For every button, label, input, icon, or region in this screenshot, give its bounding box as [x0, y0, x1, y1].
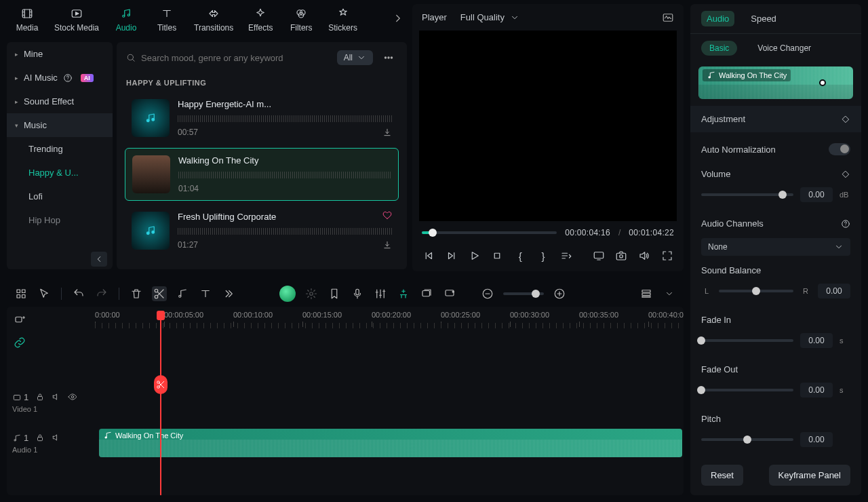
frame-forward-button[interactable]	[445, 248, 458, 263]
layout-grid-button[interactable]	[14, 286, 28, 301]
volume-value[interactable]: 0.00	[800, 187, 833, 202]
more-options-button[interactable]	[380, 49, 397, 66]
clip-preview[interactable]: Walking On The City	[698, 66, 853, 99]
search-input[interactable]	[141, 53, 330, 63]
sidebar-item-sound-effect[interactable]: Sound Effect	[7, 90, 113, 113]
sidebar-collapse-button[interactable]	[91, 252, 107, 267]
subtab-basic[interactable]: Basic	[701, 41, 737, 56]
fade-out-slider[interactable]	[701, 389, 793, 391]
adjustment-layer-button[interactable]	[419, 286, 434, 301]
scrub-bar[interactable]	[422, 231, 557, 234]
preview-window-button[interactable]	[592, 248, 606, 263]
volume-slider[interactable]	[701, 193, 793, 196]
auto-norm-toggle[interactable]	[829, 143, 850, 155]
ai-assistant-button[interactable]	[279, 286, 296, 302]
playhead-handle[interactable]	[157, 311, 165, 320]
sidebar-item-mine[interactable]: Mine	[7, 42, 113, 66]
snapshot-button[interactable]	[615, 248, 629, 263]
scrub-handle[interactable]	[429, 229, 437, 237]
sidebar-child-lofi[interactable]: Lofi	[7, 185, 113, 208]
tab-titles[interactable]: Titles	[146, 3, 187, 37]
player-viewport[interactable]	[419, 31, 677, 221]
frame-back-button[interactable]	[422, 248, 435, 263]
sidebar-item-music[interactable]: Music	[7, 113, 113, 137]
track-row[interactable]: Happy Energetic-AI m... 00:57	[125, 92, 399, 144]
sidebar-child-trending[interactable]: Trending	[7, 137, 113, 161]
stop-button[interactable]	[490, 248, 504, 263]
clip-keyframe-handle[interactable]	[819, 79, 826, 86]
delete-button[interactable]	[129, 286, 144, 301]
download-button[interactable]	[382, 128, 392, 137]
pitch-slider[interactable]	[701, 438, 793, 441]
record-screen-button[interactable]	[442, 286, 457, 301]
diamond-icon[interactable]	[841, 170, 850, 179]
cut-button[interactable]	[152, 286, 167, 301]
fullscreen-button[interactable]	[660, 248, 674, 263]
speaker-icon[interactable]	[52, 392, 61, 402]
audio-clip[interactable]: Walking On The City	[99, 429, 682, 457]
track-add-button[interactable]	[12, 312, 27, 327]
track-menu-button[interactable]	[662, 286, 677, 301]
fade-out-value[interactable]: 0.00	[800, 383, 833, 398]
keyframe-panel-button[interactable]: Keyframe Panel	[769, 465, 851, 486]
mark-in-button[interactable]: {	[513, 248, 527, 263]
mute-button[interactable]	[637, 248, 651, 263]
track-row[interactable]: Fresh Uplifting Corporate 01:27	[125, 205, 399, 256]
tab-effects[interactable]: Effects	[240, 3, 281, 37]
play-button[interactable]	[468, 248, 481, 263]
audio-track[interactable]: 1 Audio 1 Walking On The City	[7, 429, 684, 463]
zoom-out-button[interactable]	[480, 286, 495, 301]
preview-menu-button[interactable]	[559, 248, 573, 263]
tab-media[interactable]: Media	[7, 3, 47, 37]
eye-icon[interactable]	[68, 392, 77, 402]
balance-value[interactable]: 0.00	[818, 284, 850, 298]
download-button[interactable]	[382, 240, 392, 250]
pitch-value[interactable]: 0.00	[800, 432, 833, 447]
link-toggle-button[interactable]	[12, 335, 27, 350]
redo-button[interactable]	[94, 286, 109, 301]
fade-in-slider[interactable]	[701, 339, 793, 342]
filter-all-dropdown[interactable]: All	[337, 50, 373, 65]
speaker-icon[interactable]	[52, 433, 61, 442]
fade-in-value[interactable]: 0.00	[800, 333, 833, 348]
voiceover-button[interactable]	[350, 286, 365, 301]
beat-detect-button[interactable]	[175, 286, 190, 301]
sidebar-item-ai-music[interactable]: AI Music AI	[7, 66, 113, 90]
chevron-right-icon[interactable]	[392, 12, 404, 24]
zoom-slider[interactable]	[503, 292, 544, 295]
stats-button[interactable]	[662, 12, 674, 24]
mark-out-button[interactable]: }	[536, 248, 550, 263]
marker-button[interactable]	[327, 286, 342, 301]
lock-icon[interactable]	[35, 392, 45, 402]
subtab-voice-changer[interactable]: Voice Changer	[749, 41, 819, 56]
diamond-icon[interactable]	[841, 115, 850, 124]
pointer-tool-button[interactable]	[37, 286, 52, 301]
tab-transitions[interactable]: Transitions	[187, 3, 240, 37]
reset-button[interactable]: Reset	[701, 465, 743, 486]
sidebar-child-hiphop[interactable]: Hip Hop	[7, 208, 113, 232]
audio-channels-select[interactable]: None	[701, 238, 850, 256]
section-adjustment[interactable]: Adjustment	[690, 106, 861, 132]
tab-filters[interactable]: Filters	[281, 3, 321, 37]
audio-mixer-button[interactable]	[373, 286, 388, 301]
tab-stickers[interactable]: Stickers	[321, 3, 364, 37]
more-tools-button[interactable]	[221, 286, 236, 301]
question-icon[interactable]	[841, 219, 850, 229]
render-preview-button[interactable]	[304, 286, 319, 301]
balance-slider[interactable]	[719, 290, 793, 292]
undo-button[interactable]	[71, 286, 86, 301]
tab-speed-props[interactable]: Speed	[745, 11, 782, 26]
track-row[interactable]: Walking On The City 01:04	[125, 148, 399, 201]
text-tool-button[interactable]	[198, 286, 213, 301]
playhead[interactable]	[160, 311, 161, 495]
lock-icon[interactable]	[35, 433, 45, 442]
tab-audio[interactable]: Audio	[106, 3, 146, 37]
zoom-in-button[interactable]	[552, 286, 567, 301]
video-track[interactable]: 1 Video 1	[7, 388, 684, 422]
tab-stock-media[interactable]: Stock Media	[47, 3, 106, 37]
quality-dropdown[interactable]: Full Quality	[456, 11, 524, 24]
track-options-button[interactable]	[639, 286, 654, 301]
tab-audio-props[interactable]: Audio	[701, 11, 734, 26]
group-button[interactable]	[396, 286, 411, 301]
sidebar-child-happy[interactable]: Happy & U...	[7, 161, 113, 185]
